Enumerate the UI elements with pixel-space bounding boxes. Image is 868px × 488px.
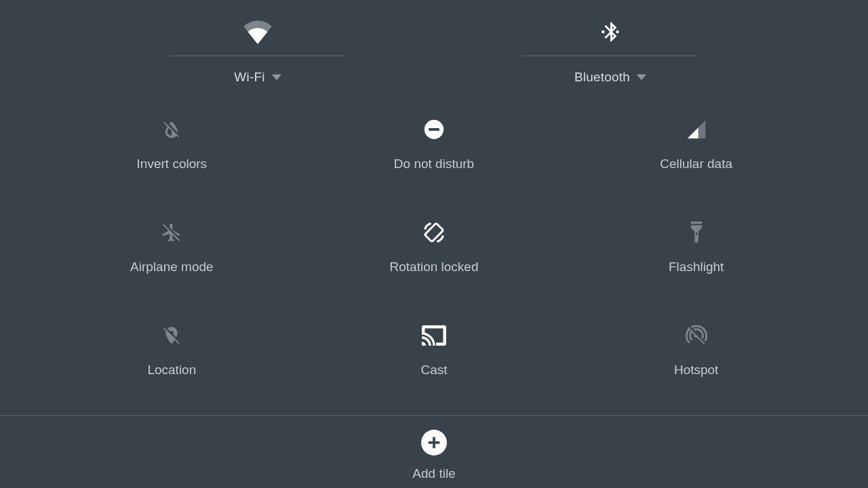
hotspot-icon <box>685 321 708 350</box>
rotation-tile[interactable]: Rotation locked <box>303 218 566 299</box>
chevron-down-icon <box>637 74 646 81</box>
flashlight-label: Flashlight <box>669 260 724 274</box>
bluetooth-label: Bluetooth <box>574 70 630 85</box>
rotation-icon <box>422 218 446 247</box>
chevron-down-icon <box>272 74 281 81</box>
svg-rect-17 <box>429 441 440 444</box>
cast-icon <box>422 321 446 350</box>
svg-rect-10 <box>696 232 697 235</box>
airplane-tile[interactable]: Airplane mode <box>41 218 303 299</box>
wifi-icon <box>242 15 273 49</box>
svg-rect-5 <box>429 128 439 131</box>
wifi-label: Wi-Fi <box>234 70 264 85</box>
rotation-label: Rotation locked <box>390 260 479 274</box>
invert-colors-label: Invert colors <box>137 157 207 171</box>
bluetooth-dropdown[interactable]: Bluetooth <box>574 70 646 85</box>
location-label: Location <box>147 363 196 378</box>
flashlight-tile[interactable]: Flashlight <box>565 218 827 299</box>
svg-line-7 <box>165 224 181 240</box>
bluetooth-header-item[interactable]: Bluetooth <box>522 15 698 85</box>
dnd-icon <box>422 115 446 144</box>
wifi-dropdown[interactable]: Wi-Fi <box>234 70 281 85</box>
cast-label: Cast <box>420 363 447 378</box>
location-icon <box>161 321 182 350</box>
cellular-tile[interactable]: Cellular data <box>565 115 827 196</box>
location-tile[interactable]: Location <box>41 321 303 402</box>
add-icon <box>421 430 447 455</box>
bluetooth-icon <box>599 15 622 49</box>
hotspot-label: Hotspot <box>674 363 718 378</box>
bluetooth-divider <box>522 56 698 56</box>
add-tile-row[interactable]: Add tile <box>0 416 868 488</box>
wifi-header-item[interactable]: Wi-Fi <box>170 15 346 85</box>
hotspot-tile[interactable]: Hotspot <box>565 321 827 402</box>
header-row: Wi-Fi Bluetooth <box>0 0 868 92</box>
quick-settings-panel: Wi-Fi Bluetooth <box>0 0 868 488</box>
add-tile-label: Add tile <box>412 466 455 481</box>
invert-colors-tile[interactable]: Invert colors <box>41 115 303 196</box>
wifi-divider <box>170 56 346 56</box>
tiles-grid: Invert colors Do not disturb Cellular da… <box>0 92 868 415</box>
airplane-label: Airplane mode <box>130 260 214 274</box>
svg-rect-9 <box>691 222 702 224</box>
cellular-icon <box>686 115 707 144</box>
dnd-tile[interactable]: Do not disturb <box>303 115 566 196</box>
invert-colors-icon <box>161 115 182 144</box>
airplane-icon <box>161 218 182 247</box>
svg-point-0 <box>601 30 605 34</box>
cellular-label: Cellular data <box>660 157 732 171</box>
svg-point-1 <box>616 30 619 34</box>
flashlight-icon <box>687 218 706 247</box>
dnd-label: Do not disturb <box>394 157 474 171</box>
cast-tile[interactable]: Cast <box>303 321 566 402</box>
